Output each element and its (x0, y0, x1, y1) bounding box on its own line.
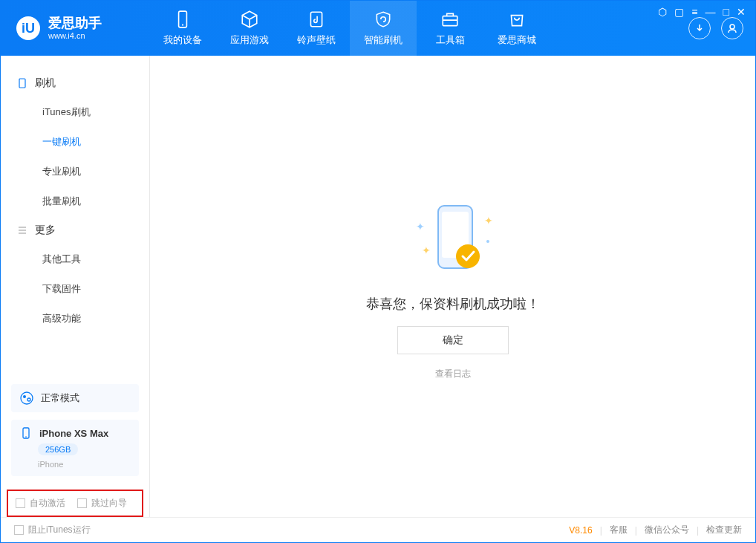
success-message: 恭喜您，保资料刷机成功啦！ (366, 295, 540, 313)
link-check-update[interactable]: 检查更新 (706, 524, 742, 536)
store-icon (507, 10, 527, 29)
app-title: 爱思助手 (48, 16, 102, 31)
tab-my-device[interactable]: 我的设备 (149, 1, 216, 56)
sidebar: 刷机 iTunes刷机 一键刷机 专业刷机 批量刷机 更多 其他工具 下载固件 … (1, 56, 150, 517)
ok-button[interactable]: 确定 (397, 326, 509, 354)
list-icon (17, 225, 27, 235)
phone-icon (17, 78, 27, 88)
tab-label: 铃声壁纸 (297, 33, 336, 47)
sidebar-group-flash[interactable]: 刷机 (1, 69, 149, 97)
window-menu-icon[interactable]: ≡ (691, 6, 697, 18)
header: iU 爱思助手 www.i4.cn 我的设备 应用游戏 铃声壁纸 智能 (1, 1, 755, 56)
checkbox-icon (16, 498, 25, 508)
window-skin-icon[interactable]: ▢ (674, 6, 684, 18)
mode-label: 正常模式 (41, 391, 79, 405)
sidebar-group-more[interactable]: 更多 (1, 216, 149, 244)
success-illustration: ✦ ✦ ✦ • (408, 192, 498, 282)
app-url: www.i4.cn (48, 31, 102, 40)
view-log-link[interactable]: 查看日志 (435, 368, 471, 380)
music-file-icon (307, 10, 326, 29)
checkbox-skip-guide[interactable]: 跳过向导 (77, 497, 127, 510)
sidebar-item-oneclick-flash[interactable]: 一键刷机 (1, 127, 149, 157)
checkbox-block-itunes[interactable]: 阻止iTunes运行 (14, 524, 91, 536)
svg-rect-4 (310, 12, 322, 27)
device-icon (173, 10, 192, 29)
account-button[interactable] (721, 17, 743, 39)
version-label: V8.16 (569, 525, 592, 536)
link-wechat[interactable]: 微信公众号 (645, 524, 689, 536)
checkbox-icon (14, 525, 24, 535)
sidebar-item-itunes-flash[interactable]: iTunes刷机 (1, 97, 149, 127)
status-bar: 阻止iTunes运行 V8.16 | 客服 | 微信公众号 | 检查更新 (1, 517, 755, 542)
device-name: iPhone XS Max (39, 428, 108, 439)
svg-point-10 (27, 398, 30, 401)
device-phone-icon (20, 427, 32, 439)
sidebar-item-download-firmware[interactable]: 下载固件 (1, 274, 149, 304)
window-feedback-icon[interactable]: ⬡ (658, 6, 667, 18)
tab-ringtones-wallpapers[interactable]: 铃声壁纸 (283, 1, 350, 56)
svg-rect-5 (443, 16, 457, 26)
checkbox-label: 自动激活 (30, 497, 65, 510)
window-maximize-icon[interactable]: □ (723, 6, 729, 18)
tab-label: 我的设备 (163, 33, 202, 47)
header-right (688, 17, 755, 39)
window-close-icon[interactable]: ✕ (737, 6, 746, 18)
window-controls: ⬡ ▢ ≡ — □ ✕ (658, 6, 746, 18)
app-logo-icon: iU (16, 16, 41, 41)
mode-normal-icon (20, 391, 33, 405)
tab-label: 智能刷机 (364, 33, 403, 47)
svg-point-3 (182, 25, 183, 26)
link-support[interactable]: 客服 (610, 524, 628, 536)
device-type: iPhone (38, 460, 130, 469)
svg-point-8 (21, 392, 33, 404)
window-minimize-icon[interactable]: — (706, 6, 716, 18)
tab-smart-flash[interactable]: 智能刷机 (350, 1, 417, 56)
svg-point-12 (25, 436, 27, 438)
checkbox-label: 阻止iTunes运行 (28, 524, 91, 536)
svg-text:iU: iU (22, 21, 35, 36)
download-icon (694, 22, 706, 34)
tab-store[interactable]: 爱思商城 (483, 1, 550, 56)
checkbox-label: 跳过向导 (91, 497, 127, 510)
sidebar-item-batch-flash[interactable]: 批量刷机 (1, 186, 149, 216)
svg-point-9 (23, 395, 26, 398)
tab-apps-games[interactable]: 应用游戏 (216, 1, 283, 56)
checkbox-auto-activate[interactable]: 自动激活 (16, 497, 65, 510)
tab-label: 爱思商城 (498, 33, 536, 47)
sidebar-item-advanced[interactable]: 高级功能 (1, 304, 149, 334)
device-capacity-badge: 256GB (38, 443, 78, 455)
main-tabs: 我的设备 应用游戏 铃声壁纸 智能刷机 工具箱 爱思商城 (149, 1, 550, 56)
checkbox-icon (77, 498, 87, 508)
download-manager-button[interactable] (688, 17, 711, 39)
tab-toolbox[interactable]: 工具箱 (417, 1, 483, 56)
mode-box[interactable]: 正常模式 (11, 384, 139, 412)
svg-point-15 (456, 244, 480, 268)
svg-point-6 (730, 25, 734, 29)
group-title: 更多 (35, 224, 56, 237)
main-content: ✦ ✦ ✦ • 恭喜您，保资料刷机成功啦！ 确定 查看日志 (150, 56, 755, 517)
logo: iU 爱思助手 www.i4.cn (1, 16, 149, 41)
sidebar-item-other-tools[interactable]: 其他工具 (1, 244, 149, 274)
toolbox-icon (440, 10, 460, 29)
refresh-shield-icon (374, 10, 393, 29)
options-highlight-box: 自动激活 跳过向导 (7, 490, 143, 517)
tab-label: 应用游戏 (230, 33, 269, 47)
tab-label: 工具箱 (436, 33, 465, 47)
device-box[interactable]: iPhone XS Max 256GB iPhone (11, 420, 139, 476)
user-icon (726, 22, 738, 34)
cube-icon (240, 10, 259, 29)
group-title: 刷机 (35, 77, 56, 90)
svg-rect-7 (19, 79, 25, 88)
sidebar-item-pro-flash[interactable]: 专业刷机 (1, 157, 149, 186)
